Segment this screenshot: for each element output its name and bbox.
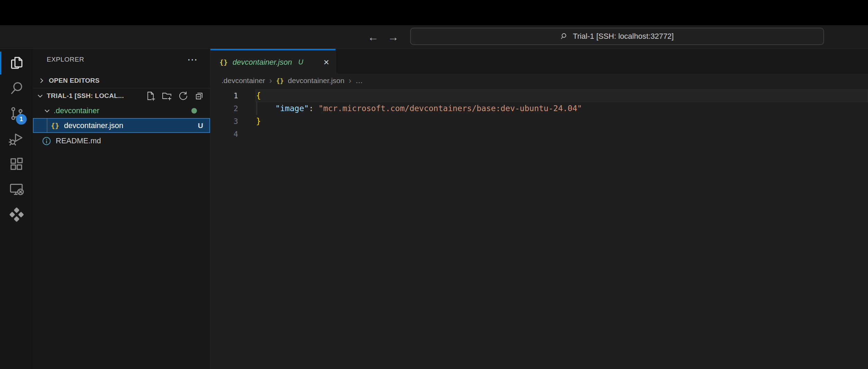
open-editors-section-header[interactable]: OPEN EDITORS [33,74,210,87]
workspace-label: TRIAL-1 [SSH: LOCAL... [47,92,124,100]
line-number: 1 [210,89,238,102]
vscode-window: { "titlebar": { "back": "←", "forward": … [0,0,868,369]
tree-indent-guide [47,119,47,132]
forward-arrow-icon[interactable]: → [388,32,399,43]
tab-devcontainer-json[interactable]: {} devcontainer.json U × [210,49,336,74]
collapse-all-icon[interactable] [194,91,205,101]
selected-file-name: devcontainer.json [64,121,123,130]
tree-item-readme[interactable]: README.md [33,134,210,148]
breadcrumb-symbol-ellipsis[interactable]: … [355,76,363,85]
tab-git-untracked-badge: U [298,58,303,66]
chevron-separator-icon: › [349,76,351,85]
json-string-value-token: "mcr.microsoft.com/devcontainers/base:de… [318,104,582,113]
sidebar-header: EXPLORER ⋯ [33,49,210,70]
title-bar: ← → Trial-1 [SSH: localhost:32772] [0,25,868,49]
open-editors-label: OPEN EDITORS [49,77,100,84]
line-number: 4 [210,128,238,141]
breadcrumb: .devcontainer › {} devcontainer.json › … [210,74,868,87]
section-divider [33,88,210,88]
tab-label: devcontainer.json [233,58,292,67]
close-icon[interactable]: × [324,57,329,67]
source-control-badge: 1 [16,114,27,125]
activity-source-control-button[interactable]: 1 [0,101,33,126]
activity-remote-explorer-button[interactable] [0,177,33,202]
colon-token: : [309,104,318,113]
code-line-1: 1 { [210,89,868,102]
tree-item-devcontainer-json[interactable]: {} devcontainer.json U [33,118,210,133]
close-brace-token: } [256,117,261,126]
activity-extension-diamond-button[interactable] [0,202,33,227]
back-arrow-icon[interactable]: ← [368,32,379,43]
open-brace-token: { [256,91,261,100]
history-navigation: ← → [368,25,399,48]
remote-explorer-monitor-icon [8,181,25,198]
code-line-3: 3 } [210,115,868,128]
refresh-icon[interactable] [178,91,188,101]
search-icon [8,80,25,97]
editor-area: {} devcontainer.json U × .devcontainer ›… [210,49,868,369]
code-line-4: 4 [210,128,868,141]
chevron-down-icon [36,92,44,100]
json-file-icon: {} [51,122,59,130]
extensions-icon [8,156,25,172]
line-number: 3 [210,115,238,128]
workspace-section-header[interactable]: TRIAL-1 [SSH: LOCAL... [33,89,210,103]
code-editor[interactable]: 1 { 2 "image": "mcr.microsoft.com/devcon… [210,87,868,369]
breadcrumb-folder[interactable]: .devcontainer [221,76,265,85]
tree-item-devcontainer-folder[interactable]: .devcontainer [33,104,210,118]
activity-extensions-button[interactable] [0,151,33,177]
git-untracked-badge: U [198,122,209,130]
debug-play-bug-icon [8,130,25,147]
new-file-icon[interactable] [145,91,156,101]
json-file-icon: {} [276,77,284,84]
top-black-strip [0,0,868,25]
markdown-info-icon [42,136,51,146]
activity-search-button[interactable] [0,75,33,101]
sidebar-title: EXPLORER [47,56,84,63]
chevron-down-icon [43,107,51,115]
tab-strip: {} devcontainer.json U × [210,49,868,74]
readme-file-name: README.md [56,136,101,145]
files-icon [8,55,25,71]
git-untracked-dot-icon [191,108,197,114]
json-file-icon: {} [219,58,228,66]
new-folder-icon[interactable] [162,91,172,101]
activity-run-debug-button[interactable] [0,126,33,151]
diamond-grid-icon [8,206,25,223]
search-icon [560,32,569,40]
indent-token [256,104,275,113]
activity-bar: 1 [0,49,33,369]
chevron-right-icon [38,77,45,84]
chevron-separator-icon: › [269,76,272,85]
line-number: 2 [210,102,238,115]
explorer-sidebar: EXPLORER ⋯ OPEN EDITORS TRIAL-1 [SSH: LO… [33,49,210,369]
active-tab-indicator [0,52,1,74]
folder-name: .devcontainer [54,106,99,115]
json-key-token: "image" [275,104,309,113]
activity-explorer-button[interactable] [0,50,33,75]
code-line-2: 2 "image": "mcr.microsoft.com/devcontain… [210,102,868,115]
breadcrumb-file[interactable]: devcontainer.json [288,76,344,85]
command-center[interactable]: Trial-1 [SSH: localhost:32772] [410,28,824,45]
workspace-actions [145,91,210,101]
window-title: Trial-1 [SSH: localhost:32772] [573,32,673,41]
main-area: 1 [0,49,868,369]
